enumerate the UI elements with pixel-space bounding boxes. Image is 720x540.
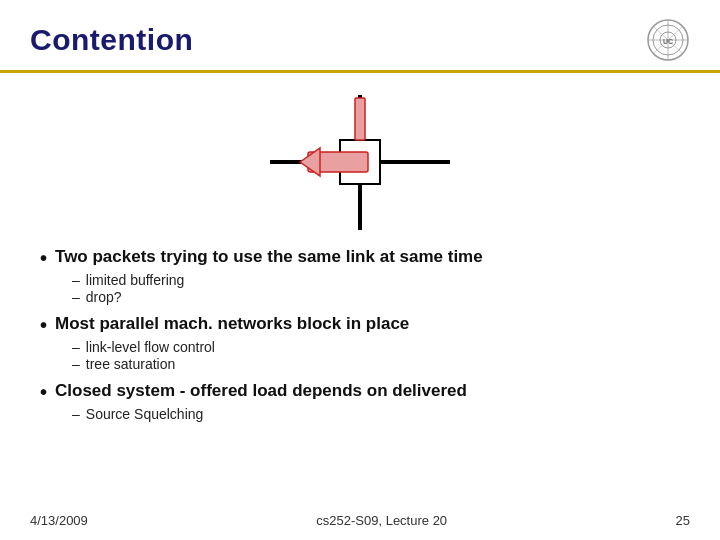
- bullet-2-text: Most parallel mach. networks block in pl…: [55, 313, 409, 335]
- bullet-3-section: • Closed system - offered load depends o…: [30, 380, 690, 428]
- footer: 4/13/2009 cs252-S09, Lecture 20 25: [0, 513, 720, 528]
- sub-item-2-2-text: tree saturation: [86, 356, 176, 372]
- slide-title: Contention: [30, 23, 193, 57]
- sub-item-1-2: – drop?: [72, 289, 680, 305]
- bullet-dot-2: •: [40, 313, 47, 337]
- network-diagram: [260, 90, 460, 235]
- svg-text:UC: UC: [663, 38, 673, 45]
- sub-item-3-1: – Source Squelching: [72, 406, 680, 422]
- university-logo: UC: [646, 18, 690, 62]
- bullet-2-subitems: – link-level flow control – tree saturat…: [72, 339, 680, 372]
- footer-page: 25: [676, 513, 690, 528]
- bullet-dot-1: •: [40, 246, 47, 270]
- bullet-3-text: Closed system - offered load depends on …: [55, 380, 467, 402]
- slide: Contention UC: [0, 0, 720, 540]
- sub-item-1-1: – limited buffering: [72, 272, 680, 288]
- bullet-1-section: • Two packets trying to use the same lin…: [30, 246, 690, 311]
- diagram-area: [30, 85, 690, 240]
- footer-course: cs252-S09, Lecture 20: [316, 513, 447, 528]
- bullet-3-subitems: – Source Squelching: [72, 406, 680, 422]
- footer-date: 4/13/2009: [30, 513, 88, 528]
- sub-item-1-2-text: drop?: [86, 289, 122, 305]
- bullet-1: • Two packets trying to use the same lin…: [40, 246, 680, 270]
- bullet-dot-3: •: [40, 380, 47, 404]
- bullet-2-section: • Most parallel mach. networks block in …: [30, 313, 690, 378]
- bullet-1-subitems: – limited buffering – drop?: [72, 272, 680, 305]
- svg-rect-15: [355, 98, 365, 140]
- bullet-3: • Closed system - offered load depends o…: [40, 380, 680, 404]
- sub-item-2-2: – tree saturation: [72, 356, 680, 372]
- sub-item-3-1-text: Source Squelching: [86, 406, 204, 422]
- sub-item-2-1-text: link-level flow control: [86, 339, 215, 355]
- bullet-2: • Most parallel mach. networks block in …: [40, 313, 680, 337]
- sub-item-1-1-text: limited buffering: [86, 272, 185, 288]
- header: Contention UC: [0, 0, 720, 73]
- sub-item-2-1: – link-level flow control: [72, 339, 680, 355]
- bullet-1-text: Two packets trying to use the same link …: [55, 246, 483, 268]
- main-content: • Two packets trying to use the same lin…: [0, 73, 720, 438]
